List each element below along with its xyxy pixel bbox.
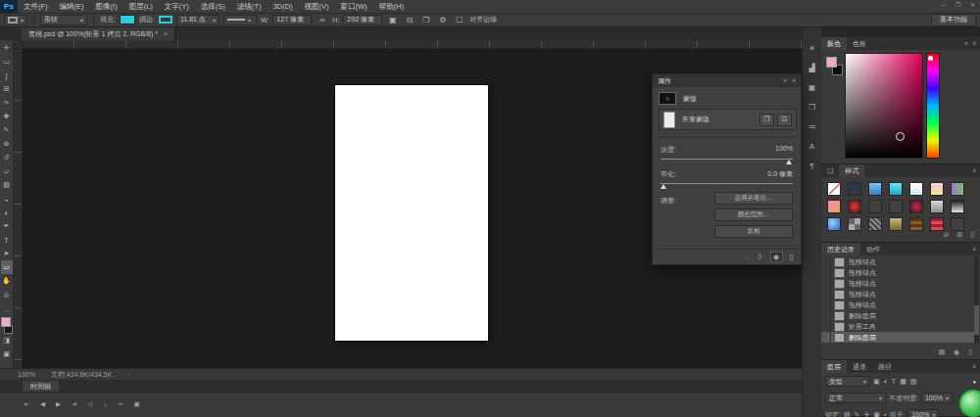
healing-brush-tool[interactable]: ✚ <box>1 110 13 123</box>
tool-preset-picker[interactable]: ▾ <box>4 15 27 25</box>
vector-mask-row[interactable]: 矢量蒙版 ❐ ⊡ <box>659 109 797 130</box>
color-cursor[interactable] <box>896 132 905 141</box>
stroke-color-swatch[interactable] <box>159 16 172 23</box>
panel-tab[interactable]: 路径 <box>872 360 898 373</box>
history-brush-source-checkbox[interactable] <box>821 267 831 278</box>
menu-item[interactable]: 图层(L) <box>123 2 159 12</box>
blur-tool[interactable]: ◒ <box>1 192 13 206</box>
marquee-tool[interactable]: ▭ <box>1 55 13 69</box>
split-at-playhead-button[interactable]: ✂ <box>116 399 126 409</box>
saturation-brightness-field[interactable] <box>845 53 923 159</box>
filter-adjustment-layers-icon[interactable]: ◐ <box>884 378 888 386</box>
menu-item[interactable]: 编辑(E) <box>54 2 90 12</box>
play-button[interactable]: ▶ <box>53 399 64 409</box>
info-panel-icon[interactable]: ▣ <box>806 82 819 93</box>
character-panel-icon[interactable]: A <box>806 141 819 152</box>
blend-mode-select[interactable]: 正常 ▾ <box>825 393 886 403</box>
document-canvas[interactable] <box>335 85 488 341</box>
eye-icon[interactable]: ◉ <box>770 252 783 262</box>
color-range-button[interactable]: 颜色范围… <box>714 208 793 221</box>
shape-width-input[interactable]: 127 像素 <box>272 15 312 25</box>
history-brush-source-checkbox[interactable] <box>821 300 831 310</box>
menu-item[interactable]: 3D(D) <box>267 2 298 11</box>
style-swatch[interactable] <box>848 182 861 196</box>
history-state-row[interactable]: 拖移锚点 <box>821 289 974 300</box>
stroke-width-input[interactable]: 11.81 点 ▾ <box>176 15 220 25</box>
panel-tab[interactable]: 动作 <box>860 243 886 255</box>
move-tool[interactable]: ✛ <box>1 41 13 55</box>
history-state-row[interactable]: 拖移锚点 <box>821 278 974 289</box>
hue-marker[interactable] <box>928 56 933 61</box>
crop-tool[interactable]: ⊞ <box>1 82 13 96</box>
style-swatch[interactable] <box>827 217 841 231</box>
style-swatch[interactable] <box>868 200 882 213</box>
history-state-row[interactable]: 删除图层 <box>821 332 974 343</box>
camera-icon[interactable]: ◉ <box>954 348 959 356</box>
first-frame-button[interactable]: ⇤ <box>22 399 32 409</box>
scrollbar-thumb[interactable] <box>974 305 979 335</box>
filter-type-select[interactable]: 类型 ▾ <box>825 376 870 387</box>
history-brush-source-checkbox[interactable] <box>821 289 831 300</box>
filter-type-layers-icon[interactable]: T <box>892 378 896 386</box>
filter-toggle-icon[interactable]: ● <box>972 379 976 385</box>
density-slider[interactable] <box>661 159 793 160</box>
style-swatch[interactable] <box>889 182 903 196</box>
notes-panel-icon[interactable]: ≔ <box>806 121 819 132</box>
timeline-settings-button[interactable]: ▣ <box>131 399 142 409</box>
previous-frame-button[interactable]: ◀ <box>37 399 48 409</box>
eraser-tool[interactable]: ▱ <box>1 164 13 178</box>
link-dimensions-icon[interactable]: ∞ <box>316 16 328 24</box>
new-style-icon[interactable]: ⊞ <box>956 231 962 239</box>
histogram-panel-icon[interactable]: ▟ <box>806 63 819 73</box>
align-edges-checkbox[interactable]: ☐ <box>453 16 466 24</box>
foreground-color-swatch[interactable] <box>826 57 837 68</box>
eyedropper-tool[interactable]: ✑ <box>1 96 13 110</box>
render-button[interactable]: ○ <box>100 399 111 409</box>
style-swatch[interactable] <box>889 200 903 213</box>
history-brush-source-checkbox[interactable] <box>821 332 831 343</box>
stroke-style-select[interactable]: ▾ <box>223 15 257 25</box>
gradient-tool[interactable]: ▧ <box>1 178 13 192</box>
style-none[interactable] <box>827 182 841 196</box>
feather-slider[interactable] <box>661 183 793 184</box>
style-swatch[interactable] <box>848 217 861 231</box>
scrollbar[interactable] <box>974 256 979 343</box>
foreground-color-swatch[interactable] <box>1 317 11 327</box>
trash-icon[interactable]: ▯ <box>790 253 794 261</box>
adjustments-panel-icon[interactable]: ☀ <box>806 43 819 54</box>
collapse-icon[interactable]: » <box>964 40 968 47</box>
panel-tab[interactable]: 图层 <box>821 360 847 373</box>
panel-tab[interactable]: 历史记录 <box>821 243 860 255</box>
panel-menu-icon[interactable]: ≡ <box>792 77 796 84</box>
style-swatch[interactable] <box>889 217 903 231</box>
properties-header[interactable]: 属性 » ≡ <box>653 74 801 87</box>
panel-tab-icon[interactable]: ❏ <box>821 164 839 177</box>
shape-height-input[interactable]: 292 像素 <box>343 15 382 25</box>
clone-stamp-tool[interactable]: ⊛ <box>1 137 13 151</box>
history-state-row[interactable]: 删除图层 <box>821 310 974 321</box>
menu-item[interactable]: 选择(S) <box>195 2 231 12</box>
apply-mask-icon[interactable]: ⇩ <box>757 253 763 261</box>
maximize-button[interactable]: ❐ <box>951 0 965 10</box>
filter-smart-objects-icon[interactable]: ▧ <box>910 378 917 386</box>
path-arrangement-icon[interactable]: ❒ <box>419 16 432 24</box>
history-state-row[interactable]: 拖移锚点 <box>821 256 974 267</box>
trash-icon[interactable]: ▯ <box>970 231 974 239</box>
style-swatch[interactable] <box>909 200 923 213</box>
panel-menu-icon[interactable]: ≡ <box>972 363 976 370</box>
pen-tool[interactable]: ✒ <box>1 219 13 233</box>
style-swatch[interactable] <box>930 217 944 231</box>
lock-paint-icon[interactable]: ✎ <box>855 411 860 417</box>
menu-item[interactable]: 视图(V) <box>298 2 334 12</box>
menu-item[interactable]: 图像(I) <box>90 2 123 12</box>
type-tool[interactable]: T <box>1 233 13 247</box>
path-selection-tool[interactable]: ➤ <box>1 247 13 260</box>
edit-toolbar-button[interactable]: … <box>1 301 13 315</box>
menu-item[interactable]: 滤镜(T) <box>231 2 268 12</box>
lock-position-icon[interactable]: ✛ <box>863 411 869 417</box>
menu-item[interactable]: 文件(F) <box>18 2 54 12</box>
close-icon[interactable]: × <box>164 30 168 37</box>
zoom-level-field[interactable]: 100% <box>18 371 35 378</box>
menu-item[interactable]: 帮助(H) <box>373 2 410 12</box>
select-and-mask-button[interactable]: 选择并遮住… <box>714 192 793 205</box>
